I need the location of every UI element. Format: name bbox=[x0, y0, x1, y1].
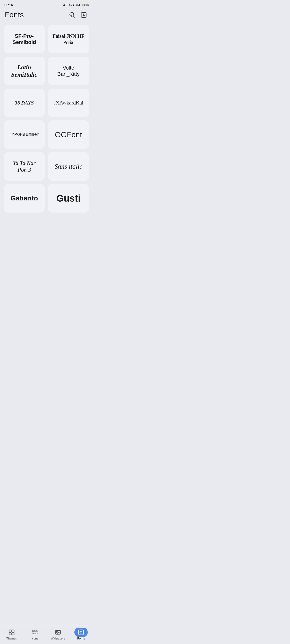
font-card-volte[interactable]: Volte Ban_Kitty bbox=[48, 57, 89, 85]
font-card-ya[interactable]: Ya Ta Nar Pon 3 bbox=[4, 152, 45, 181]
font-card-typoh[interactable]: TYPOHsummer bbox=[4, 120, 45, 149]
font-label-jxawkard: JXAwkardKai bbox=[54, 100, 83, 106]
font-label-og: OGFont bbox=[55, 130, 82, 139]
font-label-sf-pro: SF-Pro-Semibold bbox=[8, 33, 41, 46]
page-title: Fonts bbox=[5, 10, 24, 19]
header: Fonts bbox=[0, 8, 93, 23]
font-label-ya: Ya Ta Nar Pon 3 bbox=[8, 160, 41, 173]
svg-point-2 bbox=[71, 15, 72, 16]
font-card-gabarito[interactable]: Gabarito bbox=[4, 184, 45, 212]
svg-line-1 bbox=[73, 16, 75, 17]
font-label-typoh: TYPOHsummer bbox=[9, 132, 40, 138]
header-actions bbox=[68, 11, 88, 19]
font-label-gusti: Gusti bbox=[56, 192, 81, 204]
signal-bars: 5G▮ bbox=[76, 4, 80, 6]
font-card-sans[interactable]: Sans italic bbox=[48, 152, 89, 181]
font-grid: SF-Pro-Semibold Faisal JNN HF Aria Latin… bbox=[0, 23, 93, 216]
font-label-sans: Sans italic bbox=[55, 162, 82, 170]
signal-strength: 5G▲ bbox=[69, 4, 75, 6]
download-button[interactable] bbox=[79, 11, 88, 19]
font-label-latin: Latin SemiItalic bbox=[8, 64, 41, 78]
status-time: 11:16 bbox=[4, 3, 13, 7]
font-card-gusti[interactable]: Gusti bbox=[48, 184, 89, 212]
font-label-faisal: Faisal JNN HF Aria bbox=[52, 33, 85, 46]
font-card-sf-pro[interactable]: SF-Pro-Semibold bbox=[4, 25, 45, 54]
status-bar: 11:16 🌤 ··· 5G▲ 5G▮ 🔋90% bbox=[0, 0, 93, 8]
battery-icon: 🔋90% bbox=[81, 4, 89, 6]
font-card-jxawkard[interactable]: JXAwkardKai bbox=[48, 88, 89, 117]
font-card-latin[interactable]: Latin SemiItalic bbox=[4, 57, 45, 85]
font-label-volte: Volte Ban_Kitty bbox=[52, 65, 85, 78]
status-icons: 🌤 ··· 5G▲ 5G▮ 🔋90% bbox=[63, 3, 89, 6]
more-dots-icon: ··· bbox=[66, 3, 68, 6]
weather-icon: 🌤 bbox=[63, 3, 65, 6]
search-button[interactable] bbox=[68, 11, 77, 19]
font-label-36days: 36 DAYS bbox=[15, 100, 34, 106]
font-card-og[interactable]: OGFont bbox=[48, 120, 89, 149]
font-label-gabarito: Gabarito bbox=[11, 194, 38, 202]
font-card-36days[interactable]: 36 DAYS bbox=[4, 88, 45, 117]
font-card-faisal[interactable]: Faisal JNN HF Aria bbox=[48, 25, 89, 54]
